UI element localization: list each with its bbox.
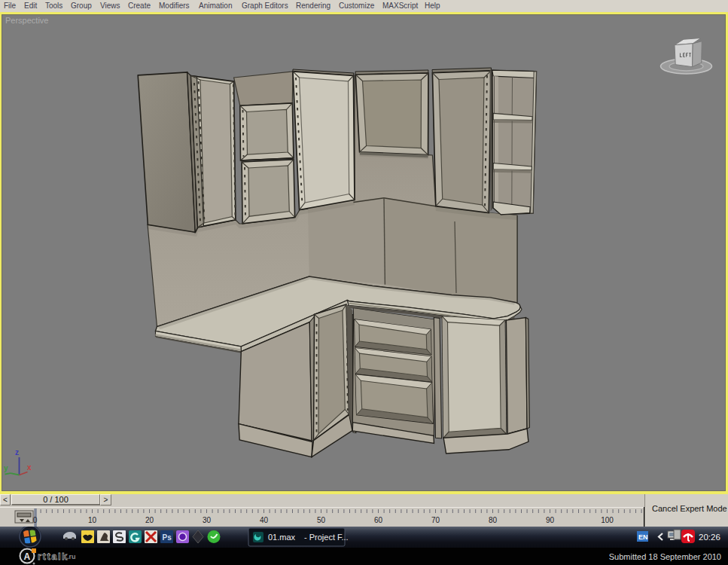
svg-text:x: x <box>27 463 32 472</box>
svg-text:rttalk: rttalk <box>38 551 69 562</box>
svg-text:y: y <box>4 464 8 472</box>
svg-text:01.max: 01.max <box>268 533 296 542</box>
svg-text:20:26: 20:26 <box>699 533 720 542</box>
svg-text:- Project F...: - Project F... <box>304 533 349 542</box>
svg-text:EN: EN <box>638 533 648 541</box>
svg-text:.ru: .ru <box>67 553 76 560</box>
svg-text:z: z <box>15 448 19 457</box>
svg-text:A: A <box>24 551 31 562</box>
svg-text:Ps: Ps <box>163 533 172 542</box>
